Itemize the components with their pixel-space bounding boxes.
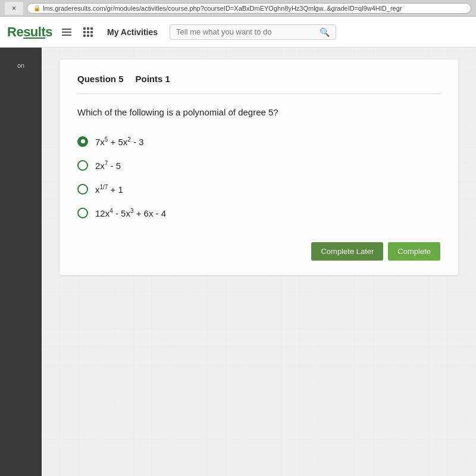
browser-bar: × 🔒 lms.graderesults.com/gr/modules/acti…	[0, 0, 476, 17]
question-points: Points 1	[136, 74, 170, 84]
grid-dot	[90, 31, 93, 33]
radio-option-2[interactable]	[77, 160, 88, 171]
option-label-4: 12x4 - 5x3 + 6x - 4	[95, 208, 166, 218]
radio-option-4[interactable]	[77, 208, 88, 218]
apps-grid-button[interactable]	[81, 25, 95, 39]
grid-dot	[83, 27, 86, 30]
browser-tab[interactable]: ×	[5, 2, 23, 15]
address-bar[interactable]: 🔒 lms.graderesults.com/gr/modules/activi…	[27, 3, 471, 14]
question-header: Question 5 Points 1	[77, 74, 440, 84]
grid-dot	[87, 27, 89, 30]
grid-dot	[83, 31, 86, 33]
search-input[interactable]	[176, 27, 316, 36]
complete-later-button[interactable]: Complete Later	[311, 242, 383, 261]
main-layout: on Question 5 Points 1 Which of the foll…	[0, 48, 476, 476]
sidebar-nav-label[interactable]: on	[15, 57, 27, 74]
sidebar: on	[0, 48, 42, 476]
question-text: Which of the following is a polynomial o…	[77, 106, 440, 120]
list-item[interactable]: 2x7 - 5	[77, 160, 440, 171]
complete-button[interactable]: Complete	[388, 242, 440, 261]
question-divider	[77, 93, 440, 94]
hamburger-line-3	[62, 35, 71, 36]
search-icon: 🔍	[320, 27, 330, 37]
app-logo: Results	[7, 24, 52, 40]
list-item[interactable]: 7x5 + 5x2 - 3	[77, 136, 440, 147]
radio-option-3[interactable]	[77, 184, 88, 195]
grid-dot	[87, 31, 89, 33]
grid-dot	[90, 35, 93, 37]
hamburger-line-2	[62, 32, 71, 33]
lock-icon: 🔒	[33, 5, 40, 11]
action-buttons-row: Complete Later Complete	[77, 242, 440, 261]
tab-label: ×	[12, 4, 16, 12]
logo-area: Results	[7, 24, 52, 40]
option-label-2: 2x7 - 5	[95, 160, 121, 171]
my-activities-label: My Activities	[107, 27, 158, 37]
option-label-3: x1/7 + 1	[95, 184, 123, 195]
hamburger-line-1	[62, 29, 71, 30]
grid-dot	[90, 27, 93, 30]
address-text: lms.graderesults.com/gr/modules/activiti…	[43, 5, 402, 12]
list-item[interactable]: 12x4 - 5x3 + 6x - 4	[77, 208, 440, 218]
options-list: 7x5 + 5x2 - 3 2x7 - 5 x1/7 + 1	[77, 136, 440, 218]
question-card: Question 5 Points 1 Which of the followi…	[60, 60, 458, 275]
list-item[interactable]: x1/7 + 1	[77, 184, 440, 195]
question-number: Question 5	[77, 74, 124, 84]
search-bar[interactable]: 🔍	[170, 24, 336, 40]
content-area: Question 5 Points 1 Which of the followi…	[42, 48, 476, 476]
my-activities-button[interactable]: My Activities	[102, 25, 162, 39]
app-header: Results My Activities 🔍	[0, 17, 476, 48]
grid-dot	[87, 35, 89, 37]
grid-dot	[83, 35, 86, 37]
option-label-1: 7x5 + 5x2 - 3	[95, 136, 144, 147]
radio-option-1[interactable]	[77, 136, 88, 147]
hamburger-button[interactable]	[60, 26, 74, 38]
